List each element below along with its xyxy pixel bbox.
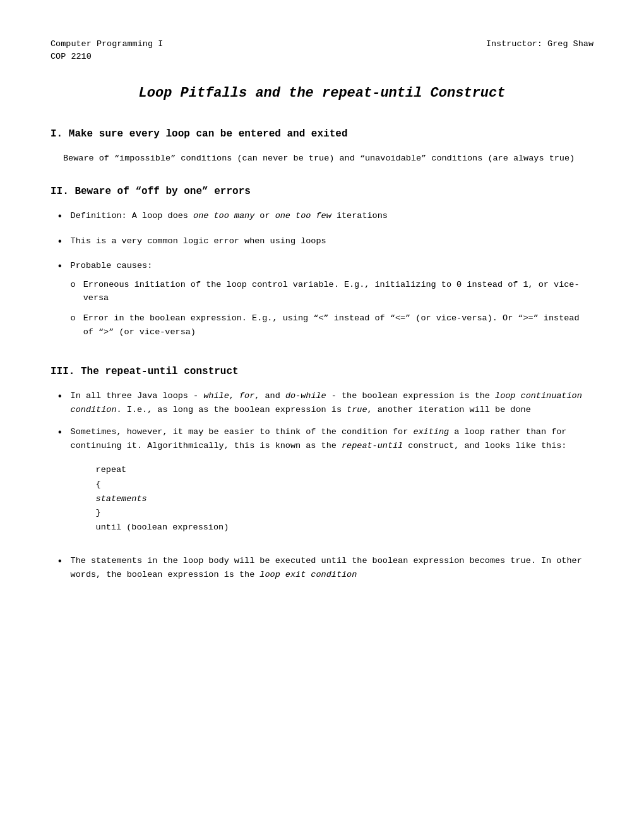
code-line: statements bbox=[96, 492, 593, 507]
section-heading-i: I. Make sure every loop can be entered a… bbox=[51, 126, 593, 142]
sub-list-item: Erroneous initiation of the loop control… bbox=[71, 278, 593, 305]
page-title: Loop Pitfalls and the repeat-until Const… bbox=[51, 83, 593, 104]
bullet-content: Sometimes, however, it may be easier to … bbox=[71, 425, 593, 545]
sub-list: Erroneous initiation of the loop control… bbox=[71, 278, 593, 339]
bullet-text: The statements in the loop body will be … bbox=[71, 556, 582, 579]
code-block: repeat{ statements}until (boolean expres… bbox=[96, 463, 593, 536]
section-heading-ii: II. Beware of “off by one” errors bbox=[51, 184, 593, 199]
list-item: In all three Java loops - while, for, an… bbox=[57, 389, 593, 416]
list-item: The statements in the loop body will be … bbox=[57, 554, 593, 581]
course-code: COP 2210 bbox=[51, 51, 163, 63]
list-item: This is a very common logic error when u… bbox=[57, 234, 593, 251]
section-heading-iii: III. The repeat-until construct bbox=[51, 364, 593, 379]
list-item: Sometimes, however, it may be easier to … bbox=[57, 425, 593, 545]
section-i: I. Make sure every loop can be entered a… bbox=[51, 126, 593, 166]
list-item: Definition: A loop does one too many or … bbox=[57, 209, 593, 226]
header-right: Instructor: Greg Shaw bbox=[486, 38, 593, 64]
bullet-list: In all three Java loops - while, for, an… bbox=[57, 389, 593, 581]
bullet-content: The statements in the loop body will be … bbox=[71, 554, 593, 581]
header-left: Computer Programming I COP 2210 bbox=[51, 38, 163, 64]
section-iii: III. The repeat-until constructIn all th… bbox=[51, 364, 593, 581]
bullet-text: Probable causes: bbox=[71, 261, 153, 270]
code-line: { bbox=[96, 478, 593, 492]
bullet-content: In all three Java loops - while, for, an… bbox=[71, 389, 593, 416]
section-ii: II. Beware of “off by one” errorsDefinit… bbox=[51, 184, 593, 345]
code-line: } bbox=[96, 506, 593, 521]
bullet-list: Definition: A loop does one too many or … bbox=[57, 209, 593, 345]
instructor-name: Instructor: Greg Shaw bbox=[486, 39, 593, 49]
code-line: until (boolean expression) bbox=[96, 521, 593, 535]
course-name: Computer Programming I bbox=[51, 38, 163, 51]
bullet-content: Probable causes:Erroneous initiation of … bbox=[71, 259, 593, 345]
page-header: Computer Programming I COP 2210 Instruct… bbox=[51, 38, 593, 64]
sub-content: Erroneous initiation of the loop control… bbox=[83, 278, 593, 305]
bullet-content: This is a very common logic error when u… bbox=[71, 234, 593, 248]
sub-list-item: Error in the boolean expression. E.g., u… bbox=[71, 311, 593, 339]
title-text: Loop Pitfalls and the repeat-until Const… bbox=[139, 85, 506, 101]
sub-content: Error in the boolean expression. E.g., u… bbox=[83, 311, 593, 339]
bullet-text: Definition: A loop does one too many or … bbox=[71, 211, 388, 221]
code-line: repeat bbox=[96, 463, 593, 478]
bullet-text: This is a very common logic error when u… bbox=[71, 236, 326, 246]
main-content: I. Make sure every loop can be entered a… bbox=[51, 126, 593, 582]
bullet-content: Definition: A loop does one too many or … bbox=[71, 209, 593, 223]
bullet-text: In all three Java loops - while, for, an… bbox=[71, 391, 582, 414]
section-body-text: Beware of “impossible” conditions (can n… bbox=[63, 152, 593, 166]
bullet-text: Sometimes, however, it may be easier to … bbox=[71, 427, 567, 450]
list-item: Probable causes:Erroneous initiation of … bbox=[57, 259, 593, 345]
